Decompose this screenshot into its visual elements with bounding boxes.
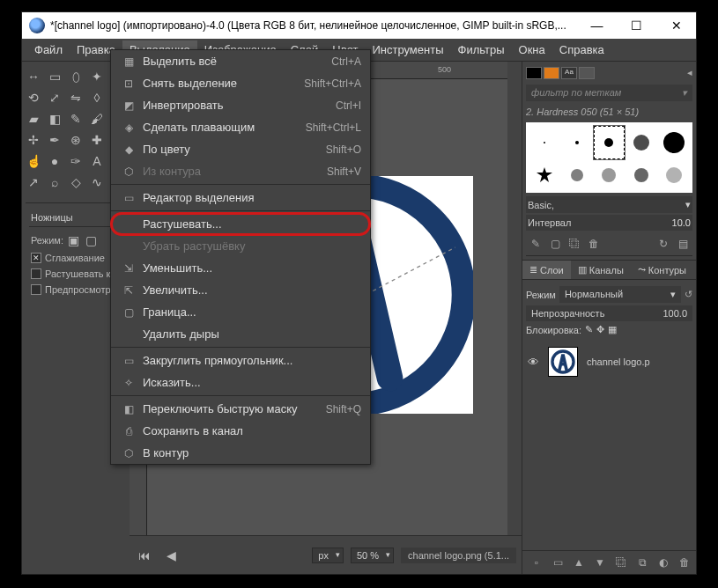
tool-flip-icon[interactable]: ⇋ (66, 88, 85, 107)
feather-row[interactable]: Растушевать к (29, 266, 122, 282)
layer-row[interactable]: 👁 channel logo.p (522, 342, 696, 382)
menu-item[interactable]: ◈Сделать плавающимShift+Ctrl+L (111, 116, 370, 138)
nav-prev-icon[interactable]: ◀ (161, 546, 181, 565)
brush-dot-icon[interactable] (529, 126, 560, 159)
open-brush-icon[interactable]: ▤ (675, 236, 691, 252)
menu-item[interactable]: ⇲Уменьшить... (111, 257, 370, 279)
menu-item[interactable]: ▭Редактор выделения (111, 187, 370, 209)
tool-rotate-icon[interactable]: ⟲ (24, 88, 43, 107)
del-brush-icon[interactable]: 🗑 (586, 236, 602, 252)
tab-layers[interactable]: ≣Слои (522, 261, 571, 279)
menu-item[interactable]: ▦Выделить всёCtrl+A (111, 50, 370, 72)
tool-measure-icon[interactable]: ↗ (24, 173, 43, 192)
tool-path-icon[interactable]: ✑ (66, 151, 85, 171)
menu-item[interactable]: ✧Исказить... (111, 371, 370, 393)
lock-alpha-icon[interactable]: ▦ (608, 324, 617, 335)
basic-combo[interactable]: Basic, ▾ (526, 196, 692, 213)
tool-ink-icon[interactable]: ✒ (45, 130, 64, 150)
tool-bucket-icon[interactable]: ▰ (24, 109, 43, 129)
visibility-eye-icon[interactable]: 👁 (528, 356, 539, 369)
mask-layer-icon[interactable]: ◐ (655, 555, 671, 570)
lock-position-icon[interactable]: ✥ (596, 324, 604, 335)
tool-text-icon[interactable]: A (87, 151, 107, 171)
zoom-combo[interactable]: 50 % (351, 548, 394, 563)
lower-layer-icon[interactable]: ▼ (592, 555, 608, 570)
tab-channels[interactable]: ▥Каналы (571, 261, 631, 279)
menu-фильтры[interactable]: Фильтры (451, 40, 512, 59)
tool-gradient-icon[interactable]: ◧ (45, 109, 64, 129)
tool-smudge-icon[interactable]: ☝ (24, 151, 43, 171)
menu-item[interactable]: ◧Переключить быструю маскуShift+Q (111, 398, 370, 420)
merge-layer-icon[interactable]: ⧉ (634, 555, 650, 570)
menu-item[interactable]: ⊡Снять выделениеShift+Ctrl+A (111, 72, 370, 94)
lock-pixels-icon[interactable]: ✎ (585, 324, 593, 335)
tool-cage-icon[interactable]: ◇ (66, 173, 85, 192)
close-button[interactable]: ✕ (656, 12, 696, 39)
menu-item[interactable]: ◆По цветуShift+O (111, 138, 370, 160)
preview-row[interactable]: Предпросмотр (29, 282, 122, 298)
swatch-grid[interactable] (579, 67, 595, 79)
tool-warp-icon[interactable]: ∿ (87, 173, 107, 192)
menu-окна[interactable]: Окна (512, 40, 552, 59)
brush-splat1-icon[interactable] (562, 161, 593, 189)
menu-инструменты[interactable]: Инструменты (365, 40, 450, 59)
tool-airbrush-icon[interactable]: ✢ (24, 130, 43, 150)
tool-heal-icon[interactable]: ✚ (87, 130, 107, 150)
new-layer-icon[interactable]: ▫ (529, 555, 544, 570)
brush-big-icon[interactable] (658, 126, 689, 159)
brush-splat4-icon[interactable] (658, 161, 689, 189)
tool-move-icon[interactable]: ↔ (24, 67, 43, 86)
opacity-slider[interactable]: Непрозрачность 100.0 (526, 305, 692, 321)
mode-add-icon[interactable]: ▢ (85, 233, 99, 247)
menu-файл[interactable]: Файл (27, 40, 70, 59)
menu-item[interactable]: ⇱Увеличить... (111, 279, 370, 301)
tool-clone-icon[interactable]: ⊛ (66, 130, 85, 150)
swatch-orange[interactable] (544, 67, 559, 79)
brush-splat3-icon[interactable] (626, 161, 657, 189)
dup-layer-icon[interactable]: ⿻ (613, 555, 629, 570)
menu-item[interactable]: ⬡В контур (111, 442, 370, 464)
minimize-button[interactable]: — (577, 12, 617, 39)
preview-checkbox[interactable] (31, 284, 41, 295)
tool-dodge-icon[interactable]: ● (45, 151, 64, 171)
tool-free-select-icon[interactable]: ⬯ (66, 67, 85, 86)
group-layer-icon[interactable]: ▭ (550, 555, 566, 570)
blend-mode-combo[interactable]: Нормальный▾ (559, 286, 681, 303)
feather-checkbox[interactable] (31, 268, 41, 279)
interval-row[interactable]: Интервал 10.0 (526, 215, 692, 231)
brush-soft-icon[interactable] (626, 126, 657, 159)
dup-brush-icon[interactable]: ⿻ (566, 236, 582, 252)
unit-combo[interactable]: px (312, 548, 344, 563)
new-brush-icon[interactable]: ▢ (547, 236, 563, 252)
menu-item[interactable]: ⎙Сохранить в канал (111, 420, 370, 442)
tool-brush-icon[interactable]: 🖌 (87, 109, 107, 129)
brush-splat2-icon[interactable] (594, 161, 625, 189)
panel-menu-icon[interactable]: ◂ (687, 67, 692, 79)
raise-layer-icon[interactable]: ▲ (571, 555, 587, 570)
swatch-black[interactable] (526, 67, 542, 79)
menu-справка[interactable]: Справка (552, 40, 611, 59)
delete-layer-icon[interactable]: 🗑 (677, 555, 692, 570)
menu-item[interactable]: ▭Закруглить прямоугольник... (111, 349, 370, 371)
edit-brush-icon[interactable]: ✎ (528, 236, 544, 252)
antialias-row[interactable]: ✕ Сглаживание (29, 250, 122, 266)
menu-item[interactable]: ▢Граница... (111, 301, 370, 323)
tool-pencil-icon[interactable]: ✎ (66, 109, 85, 129)
brush-star-icon[interactable] (529, 161, 560, 189)
reset-mode-icon[interactable]: ↺ (685, 289, 692, 300)
tool-scale-icon[interactable]: ⤢ (45, 88, 64, 107)
antialias-checkbox[interactable]: ✕ (31, 253, 41, 263)
menu-item[interactable]: ◩ИнвертироватьCtrl+I (111, 94, 370, 116)
tool-perspective-icon[interactable]: ◊ (87, 88, 107, 107)
refresh-brush-icon[interactable]: ↻ (655, 236, 671, 252)
brush-small-icon[interactable] (594, 126, 625, 159)
tool-fuzzy-select-icon[interactable]: ✦ (87, 67, 107, 86)
brush-filter[interactable]: фильтр по меткам ▾ (526, 85, 692, 101)
mode-replace-icon[interactable]: ▣ (67, 233, 81, 247)
menu-item[interactable]: Растушевать... (111, 213, 370, 235)
tab-paths[interactable]: ⤳Контуры (631, 261, 693, 279)
maximize-button[interactable]: ☐ (617, 12, 656, 39)
swatch-aa[interactable]: Aa (561, 67, 577, 79)
brush-tiny-icon[interactable] (562, 126, 593, 159)
tool-rect-select-icon[interactable]: ▭ (45, 67, 64, 86)
